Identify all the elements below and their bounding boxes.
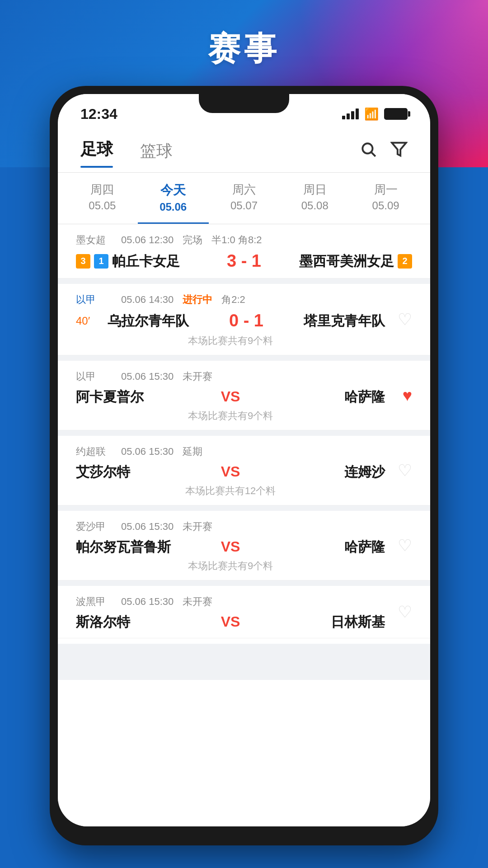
- date-tab-sat-date: 05.07: [213, 199, 275, 212]
- svg-point-0: [362, 143, 372, 153]
- away-team-1: 墨西哥美洲女足 2: [271, 252, 412, 270]
- svg-marker-2: [392, 143, 406, 156]
- date-tab-today-name: 今天: [142, 182, 204, 199]
- match-group-4: 约超联 05.06 15:30 延期 艾莎尔特 VS 连姆沙: [58, 436, 430, 505]
- score-6: VS: [208, 613, 253, 630]
- phone-screen: 12:34 📶 足球 篮球: [58, 94, 430, 826]
- league-5: 爱沙甲: [76, 520, 112, 533]
- match-item-5[interactable]: 爱沙甲 05.06 15:30 未开赛 帕尔努瓦普鲁斯 VS 哈萨隆: [58, 511, 430, 580]
- away-team-4: 连姆沙: [253, 463, 385, 481]
- date-tab-today-date: 05.06: [142, 201, 204, 213]
- match-meta-2: 以甲 05.06 14:30 进行中 角2:2: [76, 293, 385, 307]
- tab-basketball[interactable]: 篮球: [140, 140, 173, 162]
- status-time: 12:34: [80, 106, 117, 123]
- favorite-btn-2[interactable]: ♡: [398, 310, 412, 329]
- favorite-btn-5[interactable]: ♡: [398, 536, 412, 555]
- away-name-3: 哈萨隆: [344, 388, 385, 406]
- match-group-6: 波黑甲 05.06 15:30 未开赛 斯洛尔特 VS 日林斯基: [58, 586, 430, 638]
- home-name-5: 帕尔努瓦普鲁斯: [76, 538, 171, 556]
- date-tab-thu[interactable]: 周四 05.05: [67, 173, 138, 224]
- away-rank-1: 2: [398, 254, 412, 269]
- away-name-1: 墨西哥美洲女足: [299, 252, 394, 270]
- date-tab-sun[interactable]: 周日 05.08: [279, 173, 350, 224]
- match-group-2: 以甲 05.06 14:30 进行中 角2:2 40′ 乌拉尔青年队 0 - 1: [58, 284, 430, 355]
- away-team-3: 哈萨隆: [253, 388, 385, 406]
- tab-football[interactable]: 足球: [80, 138, 113, 164]
- match-item-3[interactable]: 以甲 05.06 15:30 未开赛 阿卡夏普尔 VS 哈萨隆: [58, 361, 430, 430]
- phone-frame: 12:34 📶 足球 篮球: [50, 86, 438, 845]
- date-tab-mon[interactable]: 周一 05.09: [350, 173, 421, 224]
- score-5: VS: [208, 538, 253, 555]
- match-list: 墨女超 05.06 12:30 完场 半1:0 角8:2 3 1 帕丘卡女足 3: [58, 224, 430, 638]
- favorite-btn-6[interactable]: ♡: [398, 603, 412, 622]
- wifi-icon: 📶: [364, 107, 379, 121]
- date-tab-sat-name: 周六: [213, 182, 275, 198]
- match-main-6: 斯洛尔特 VS 日林斯基: [76, 613, 385, 631]
- date-tabs: 周四 05.05 今天 05.06 周六 05.07 周日 05.08 周一: [58, 173, 430, 224]
- sport-tabs: 足球 篮球: [58, 126, 430, 173]
- home-name-1: 帕丘卡女足: [112, 252, 180, 270]
- home-team-5: 帕尔努瓦普鲁斯: [76, 538, 208, 556]
- app-content: 足球 篮球 周四 05.05 今天 05.06 周六: [58, 126, 430, 826]
- match-item-6[interactable]: 波黑甲 05.06 15:30 未开赛 斯洛尔特 VS 日林斯基: [58, 586, 430, 638]
- home-team-2: 乌拉尔青年队: [108, 312, 219, 330]
- match-group-1: 墨女超 05.06 12:30 完场 半1:0 角8:2 3 1 帕丘卡女足 3: [58, 224, 430, 278]
- match-meta-1: 墨女超 05.06 12:30 完场 半1:0 角8:2: [76, 233, 412, 247]
- search-icon[interactable]: [360, 141, 377, 162]
- match-item-1[interactable]: 墨女超 05.06 12:30 完场 半1:0 角8:2 3 1 帕丘卡女足 3: [58, 224, 430, 278]
- favorite-btn-4[interactable]: ♡: [398, 461, 412, 480]
- match-status-1: 完场: [183, 233, 202, 247]
- home-name-4: 艾莎尔特: [76, 463, 130, 481]
- page-title: 赛事: [0, 27, 488, 71]
- favorite-btn-3[interactable]: ♥: [403, 386, 412, 405]
- home-rank-sub-1: 1: [94, 254, 108, 269]
- date-tab-today[interactable]: 今天 05.06: [138, 173, 209, 224]
- date-tab-sat[interactable]: 周六 05.07: [209, 173, 280, 224]
- match-time-3: 05.06 15:30: [121, 371, 174, 382]
- filter-icon[interactable]: [390, 141, 408, 162]
- away-team-2: 塔里克青年队: [273, 312, 385, 330]
- battery-icon: [384, 108, 408, 120]
- match-status-5: 未开赛: [183, 520, 212, 533]
- phone-notch: [199, 94, 289, 113]
- match-item-4[interactable]: 约超联 05.06 15:30 延期 艾莎尔特 VS 连姆沙: [58, 436, 430, 505]
- match-time-2: 05.06 14:30: [121, 294, 174, 306]
- match-status-3: 未开赛: [183, 370, 212, 383]
- league-6: 波黑甲: [76, 595, 112, 609]
- match-tip-2: 本场比赛共有9个料: [76, 334, 385, 348]
- match-half-2: 角2:2: [221, 293, 245, 307]
- svg-line-1: [371, 152, 375, 156]
- match-main-2: 40′ 乌拉尔青年队 0 - 1 塔里克青年队: [76, 311, 385, 330]
- match-time-4: 05.06 15:30: [121, 446, 174, 458]
- match-minute-2: 40′: [76, 315, 108, 327]
- home-team-4: 艾莎尔特: [76, 463, 208, 481]
- match-tip-5: 本场比赛共有9个料: [76, 559, 385, 573]
- match-half-1: 半1:0 角8:2: [211, 233, 262, 247]
- away-team-6: 日林斯基: [253, 613, 385, 631]
- match-item-2[interactable]: 以甲 05.06 14:30 进行中 角2:2 40′ 乌拉尔青年队 0 - 1: [58, 284, 430, 355]
- match-group-3: 以甲 05.06 15:30 未开赛 阿卡夏普尔 VS 哈萨隆: [58, 361, 430, 430]
- match-main-1: 3 1 帕丘卡女足 3 - 1 墨西哥美洲女足 2: [76, 251, 412, 271]
- league-3: 以甲: [76, 370, 112, 383]
- league-2: 以甲: [76, 293, 112, 307]
- match-status-4: 延期: [183, 445, 202, 458]
- date-tab-sun-date: 05.08: [284, 199, 346, 212]
- match-group-5: 爱沙甲 05.06 15:30 未开赛 帕尔努瓦普鲁斯 VS 哈萨隆: [58, 511, 430, 580]
- home-name-3: 阿卡夏普尔: [76, 388, 144, 406]
- match-time-1: 05.06 12:30: [121, 234, 174, 246]
- match-status-2: 进行中: [183, 293, 212, 307]
- match-tip-4: 本场比赛共有12个料: [76, 484, 385, 498]
- score-4: VS: [208, 463, 253, 480]
- score-1: 3 - 1: [217, 251, 271, 271]
- away-name-5: 哈萨隆: [344, 538, 385, 556]
- away-name-2: 塔里克青年队: [304, 312, 385, 330]
- match-main-3: 阿卡夏普尔 VS 哈萨隆: [76, 388, 385, 406]
- match-status-6: 未开赛: [183, 595, 212, 609]
- signal-icon: [342, 108, 359, 119]
- home-name-2: 乌拉尔青年队: [108, 312, 189, 330]
- date-tab-sun-name: 周日: [284, 182, 346, 198]
- home-team-3: 阿卡夏普尔: [76, 388, 208, 406]
- away-name-4: 连姆沙: [344, 463, 385, 481]
- match-time-5: 05.06 15:30: [121, 521, 174, 533]
- match-meta-3: 以甲 05.06 15:30 未开赛: [76, 370, 385, 383]
